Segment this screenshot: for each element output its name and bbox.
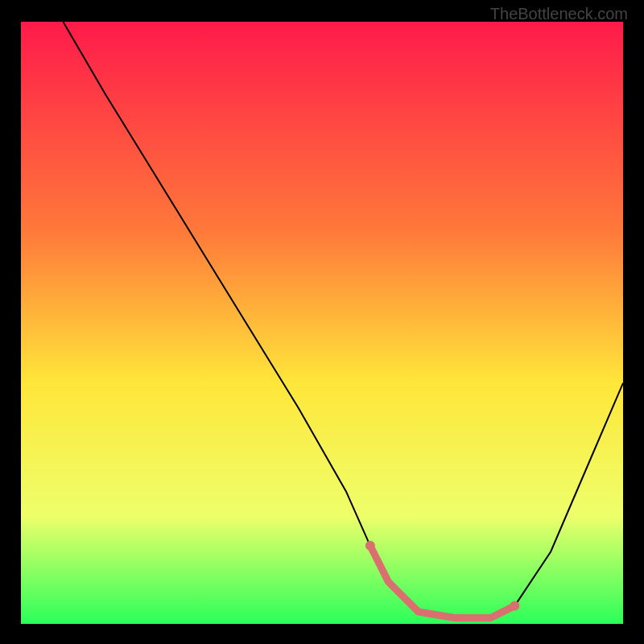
chart-svg bbox=[21, 22, 623, 624]
bottleneck-chart bbox=[21, 22, 623, 624]
optimal-range-start-marker bbox=[365, 541, 375, 551]
gradient-background bbox=[21, 22, 623, 624]
optimal-range-end-marker bbox=[510, 601, 519, 611]
watermark-text: TheBottleneck.com bbox=[490, 5, 628, 23]
